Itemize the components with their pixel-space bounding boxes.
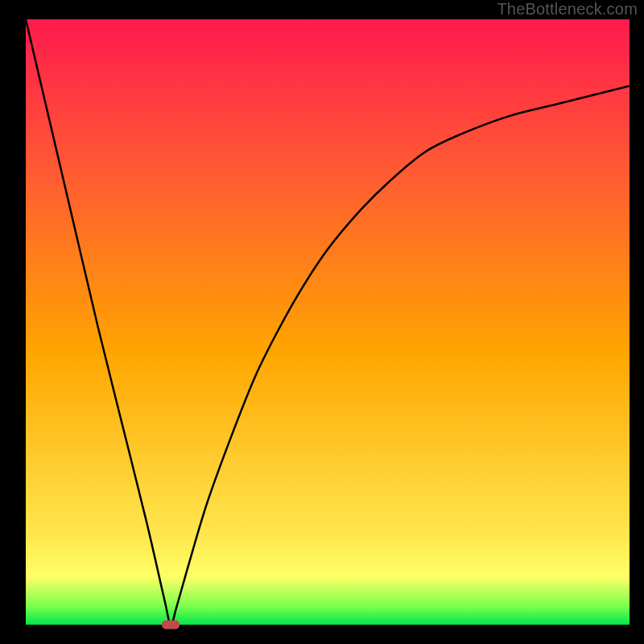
optimum-marker <box>162 621 180 630</box>
bottleneck-chart <box>0 0 644 644</box>
plot-area <box>26 19 630 625</box>
attribution-text: TheBottleneck.com <box>497 0 638 19</box>
chart-frame: TheBottleneck.com <box>0 0 644 644</box>
